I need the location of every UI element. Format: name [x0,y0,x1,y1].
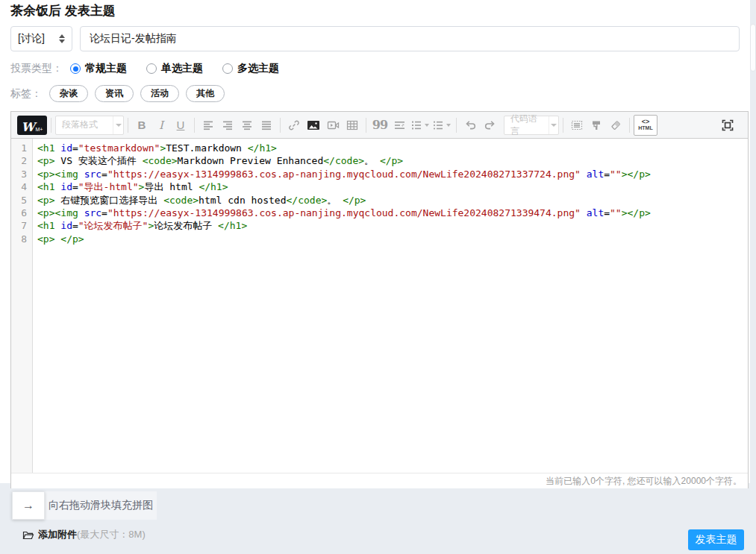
html-source-icon: <> [642,119,650,125]
category-select-value: [讨论] [18,32,45,45]
html-source-button[interactable]: <> HTML [634,115,657,136]
logo-mplus: M+ [36,127,43,133]
image-icon [307,119,320,131]
italic-icon: I [159,119,163,132]
code-line[interactable]: <p> VS 安装这个插件 <code>Markdown Preview Enh… [37,154,748,167]
toolbar-separator [629,118,630,133]
align-center-icon [241,119,253,131]
bold-icon: B [138,119,146,131]
indent-button[interactable] [390,116,409,135]
undo-icon [464,119,477,131]
line-number: 1 [11,142,32,154]
category-select[interactable]: [讨论] [10,26,72,51]
code-line[interactable]: <p><img src="https://easyx-1314999863.co… [37,168,748,180]
code-language-value: 代码语言 [504,113,549,138]
poll-option-label: 多选主题 [237,62,279,75]
paragraph-format-select[interactable]: 段落格式 [55,116,124,135]
ordered-list-button[interactable] [409,116,431,135]
eraser-button[interactable] [606,116,625,135]
slider-prompt: 向右拖动滑块填充拼图 [45,491,157,520]
format-painter-button[interactable] [587,116,606,135]
toolbar-separator [51,118,51,133]
radio-checked-icon[interactable] [70,63,81,74]
poll-option[interactable]: 单选主题 [146,62,203,75]
page-title: 茶余饭后 发表主题 [0,0,750,19]
html-source-label: HTML [638,125,652,131]
code-editor-area[interactable]: 12345678 <h1 id="testmarkdown">TEST.mark… [11,139,748,473]
table-icon [346,119,358,131]
code-language-select[interactable]: 代码语言 [504,116,559,135]
toolbar-separator [456,118,457,133]
editor-footer: 当前已输入0个字符, 您还可以输入20000个字符。 [11,473,748,488]
toolbar-separator [128,118,128,133]
code-block-button[interactable] [567,116,587,135]
tags-row: 标签： 杂谈资讯活动其他 [10,85,740,102]
topic-title-input[interactable] [80,26,740,51]
scrollbar-thumb[interactable] [750,24,756,72]
underline-button[interactable]: U [171,116,190,135]
tag-pill[interactable]: 其他 [186,85,225,102]
ordered-list-icon [410,119,422,131]
redo-button[interactable] [480,116,499,135]
image-button[interactable] [304,116,323,135]
align-left-button[interactable] [199,116,218,135]
fullscreen-button[interactable] [718,116,737,135]
table-button[interactable] [343,116,362,135]
tag-pill[interactable]: 活动 [140,85,179,102]
wang-editor-logo-icon[interactable]: W M+ [17,116,47,135]
page-scrollbar[interactable] [750,0,756,554]
line-number: 2 [11,154,32,167]
slider-handle[interactable]: → [12,491,45,520]
line-number: 8 [11,233,32,245]
folder-open-icon [22,529,34,541]
line-number: 3 [11,168,32,180]
toolbar-separator [366,118,366,133]
add-attachment-link[interactable]: 添加附件 (最大尺寸：8M) [22,528,146,541]
submit-topic-button[interactable]: 发表主题 [688,529,744,550]
code-line[interactable]: <h1 id="导出-html">导出 html </h1> [37,180,748,193]
bold-button[interactable]: B [132,116,151,135]
logo-w: W [22,122,35,133]
poll-option-label: 常规主题 [85,62,127,75]
code-line[interactable]: <h1 id="testmarkdown">TEST.markdown </h1… [37,142,748,154]
italic-button[interactable]: I [151,116,171,135]
link-button[interactable] [284,116,304,135]
quote-button[interactable]: 99 [370,116,390,135]
underline-icon: U [177,119,185,131]
unordered-list-button[interactable] [431,116,452,135]
undo-button[interactable] [460,116,480,135]
redo-icon [484,119,496,131]
align-justify-button[interactable] [257,116,276,135]
radio-unchecked-icon[interactable] [146,63,157,74]
line-number: 5 [11,194,32,207]
line-number: 7 [11,219,32,232]
code-line[interactable]: <p> 右键预览窗口选择导出 <code>html cdn hosted</co… [37,194,748,207]
video-button[interactable] [323,116,343,135]
format-painter-icon [590,119,602,131]
poll-option[interactable]: 常规主题 [70,62,127,75]
line-number: 6 [11,207,32,219]
tag-pill[interactable]: 杂谈 [49,85,88,102]
tag-pill[interactable]: 资讯 [95,85,134,102]
toolbar-separator [280,118,281,133]
quote-icon: 99 [372,119,387,131]
code-line[interactable]: <p><img src="https://easyx-1314999863.co… [37,207,748,219]
poll-options: 常规主题单选主题多选主题 [70,62,299,75]
slider-captcha: → 向右拖动滑块填充拼图 [12,491,157,520]
rich-text-editor: W M+ 段落格式 B I U 99 [10,111,749,488]
poll-option[interactable]: 多选主题 [222,62,279,75]
align-right-button[interactable] [218,116,237,135]
chevron-down-icon [549,116,558,134]
radio-unchecked-icon[interactable] [222,63,233,74]
fullscreen-icon [721,119,734,132]
poll-option-label: 单选主题 [161,62,203,75]
main-panel: 茶余饭后 发表主题 [讨论] 投票类型： 常规主题单选主题多选主题 标签： 杂谈… [0,0,750,483]
unordered-list-icon [432,119,444,131]
align-center-button[interactable] [237,116,257,135]
editor-code[interactable]: <h1 id="testmarkdown">TEST.markdown </h1… [34,139,748,245]
chevron-down-icon [113,116,123,134]
code-line[interactable]: <h1 id="论坛发布帖子">论坛发布帖子 </h1> [37,219,748,232]
code-line[interactable]: <p> </p> [37,233,748,245]
tag-list: 杂谈资讯活动其他 [49,85,231,102]
sort-caret-icon [59,34,65,43]
